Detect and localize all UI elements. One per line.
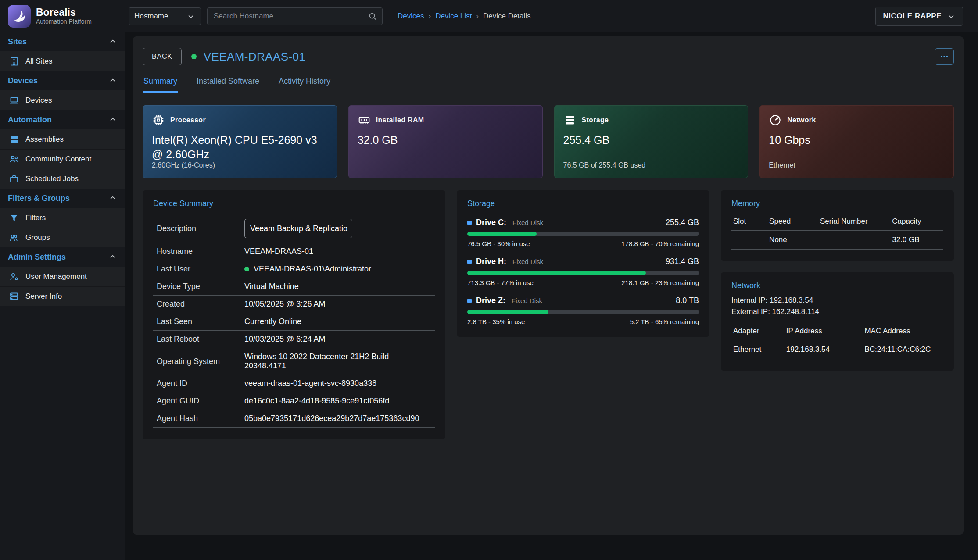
drive-type: Fixed Disk xyxy=(512,297,542,304)
groups-icon xyxy=(9,232,19,243)
more-options-button[interactable] xyxy=(935,48,954,65)
stat-card-sub xyxy=(358,161,534,170)
chevron-up-icon xyxy=(108,253,117,261)
memory-row: None 32.0 GB xyxy=(731,231,943,250)
drive-used: 76.5 GB - 30% in use xyxy=(467,240,530,247)
tab-activity-history[interactable]: Activity History xyxy=(278,77,331,93)
sidebar-item-groups[interactable]: Groups xyxy=(0,228,125,247)
drive-name: Drive H: xyxy=(476,257,506,266)
memory-cell-capacity: 32.0 GB xyxy=(890,231,943,250)
sidebar-item-label: Devices xyxy=(25,96,52,105)
summary-value: 05ba0e7935171d626ecea29b27d7ae175363cd90 xyxy=(244,414,419,423)
sidebar-item-devices[interactable]: Devices xyxy=(0,90,125,110)
stat-card-label: Installed RAM xyxy=(376,116,424,124)
summary-label: Description xyxy=(157,224,244,233)
breadcrumb-separator xyxy=(476,12,479,21)
network-header-adapter: Adapter xyxy=(731,322,785,340)
ip-lines: Internal IP: 192.168.3.54 External IP: 1… xyxy=(731,295,943,318)
sidebar-item-community-content[interactable]: Community Content xyxy=(0,149,125,169)
tab-installed-software[interactable]: Installed Software xyxy=(196,77,260,93)
description-input[interactable] xyxy=(244,219,352,238)
detail-columns: Device Summary Description Hostname VEEA… xyxy=(143,190,954,439)
memory-cell-speed: None xyxy=(767,231,818,250)
sidebar-item-filters[interactable]: Filters xyxy=(0,208,125,228)
section-label: Automation xyxy=(8,115,52,125)
memory-cell-slot xyxy=(731,231,767,250)
chevron-up-icon xyxy=(108,115,117,124)
sidebar-item-label: User Management xyxy=(25,272,87,281)
drive-name: Drive Z: xyxy=(476,296,505,305)
breadcrumb-devices[interactable]: Devices xyxy=(398,12,424,21)
sidebar-section-devices[interactable]: Devices xyxy=(0,71,125,90)
sidebar-section-admin-settings[interactable]: Admin Settings xyxy=(0,247,125,267)
summary-label: Hostname xyxy=(157,247,244,256)
storage-icon xyxy=(563,114,577,127)
sidebar-section-sites[interactable]: Sites xyxy=(0,32,125,51)
sidebar-item-label: All Sites xyxy=(25,57,52,66)
summary-row: Operating System Windows 10 2022 Datacen… xyxy=(153,348,435,375)
sidebar-item-label: Groups xyxy=(25,233,50,242)
user-gear-icon xyxy=(9,271,19,282)
sidebar-item-label: Assemblies xyxy=(25,135,64,144)
drive-remaining: 218.1 GB - 23% remaining xyxy=(621,279,699,286)
section-label: Sites xyxy=(8,37,27,46)
summary-row: Agent Hash 05ba0e7935171d626ecea29b27d7a… xyxy=(153,410,435,428)
memory-title: Memory xyxy=(731,199,943,208)
filter-icon xyxy=(9,213,19,223)
drive-remaining: 5.2 TB - 65% remaining xyxy=(630,318,699,325)
network-cell-adapter: Ethernet xyxy=(731,340,785,359)
section-label: Filters & Groups xyxy=(8,194,70,203)
processor-card: Processor Intel(R) Xeon(R) CPU E5-2690 v… xyxy=(143,105,337,178)
drive-size: 8.0 TB xyxy=(676,296,699,305)
sidebar-item-label: Server Info xyxy=(25,292,62,301)
summary-label: Agent GUID xyxy=(157,396,244,406)
network-header-ip: IP Address xyxy=(785,322,863,340)
memory-header-capacity: Capacity xyxy=(890,213,943,231)
search-icon[interactable] xyxy=(368,11,377,21)
drive-usage-bar xyxy=(467,232,699,236)
stat-card-sub: 76.5 GB of 255.4 GB used xyxy=(563,161,739,170)
sidebar-item-server-info[interactable]: Server Info xyxy=(0,286,125,306)
network-cell-mac: BC:24:11:CA:C6:2C xyxy=(863,340,943,359)
search-input[interactable] xyxy=(207,7,383,25)
user-menu[interactable]: NICOLE RAPPE xyxy=(875,7,963,26)
sidebar-item-scheduled-jobs[interactable]: Scheduled Jobs xyxy=(0,169,125,189)
network-title: Network xyxy=(731,281,943,290)
network-table: Adapter IP Address MAC Address Ethernet … xyxy=(731,322,943,359)
section-label: Devices xyxy=(8,76,38,86)
summary-label: Last Reboot xyxy=(157,335,244,344)
brand-text: Borealis Automation Platform xyxy=(36,7,92,25)
stat-card-sub: Ethernet xyxy=(769,161,945,170)
people-icon xyxy=(9,154,19,164)
sidebar-section-automation[interactable]: Automation xyxy=(0,110,125,129)
stat-card-label: Network xyxy=(787,116,816,124)
tab-summary[interactable]: Summary xyxy=(143,77,178,93)
installed-ram-card: Installed RAM 32.0 GB xyxy=(348,105,543,178)
topbar: Borealis Automation Platform Hostname De… xyxy=(0,0,978,32)
breadcrumb-device-list[interactable]: Device List xyxy=(435,12,472,21)
sidebar-item-all-sites[interactable]: All Sites xyxy=(0,51,125,71)
sidebar-section-filters-groups[interactable]: Filters & Groups xyxy=(0,189,125,208)
brand: Borealis Automation Platform xyxy=(0,5,125,28)
back-button[interactable]: BACK xyxy=(143,48,182,65)
search-field-dropdown[interactable]: Hostname xyxy=(129,7,201,25)
summary-label: Device Type xyxy=(157,282,244,291)
summary-label: Agent ID xyxy=(157,379,244,388)
stat-card-value: Intel(R) Xeon(R) CPU E5-2690 v3 @ 2.60GH… xyxy=(152,133,327,161)
user-name: NICOLE RAPPE xyxy=(883,12,942,21)
summary-value: 10/03/2025 @ 6:24 AM xyxy=(244,335,325,344)
drive-type: Fixed Disk xyxy=(512,258,543,265)
chevron-down-icon xyxy=(186,12,195,21)
memory-header-serial: Serial Number xyxy=(818,213,890,231)
drive-size: 931.4 GB xyxy=(666,257,699,266)
stat-card-sub: 2.60GHz (16-Cores) xyxy=(152,161,328,170)
breadcrumb-device-details: Device Details xyxy=(483,12,531,21)
online-status-dot xyxy=(191,54,197,59)
chevron-up-icon xyxy=(108,76,117,85)
drive-row-z: Drive Z: Fixed Disk 8.0 TB 2.8 TB - 35% … xyxy=(467,296,699,325)
sidebar-item-assemblies[interactable]: Assemblies xyxy=(0,129,125,149)
summary-row: Created 10/05/2025 @ 3:26 AM xyxy=(153,296,435,313)
drive-bullet-icon xyxy=(467,221,472,225)
drive-used: 2.8 TB - 35% in use xyxy=(467,318,525,325)
sidebar-item-user-management[interactable]: User Management xyxy=(0,267,125,286)
